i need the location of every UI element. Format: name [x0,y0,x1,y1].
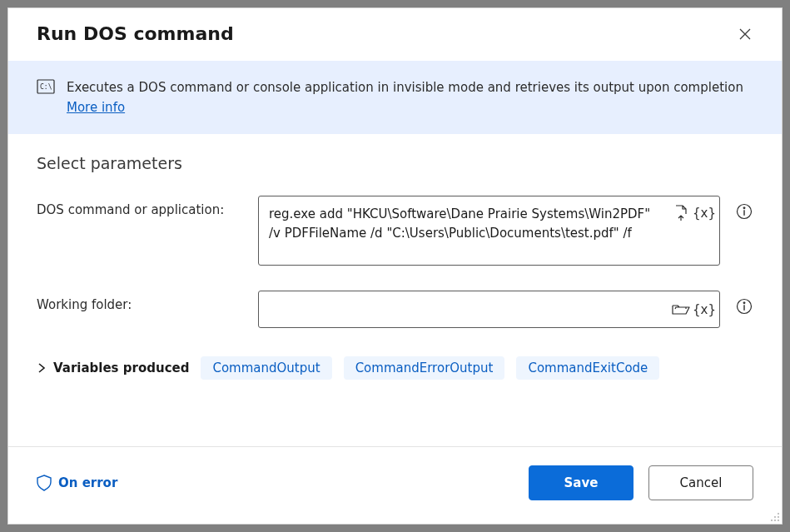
shield-icon [37,475,52,491]
info-banner: C:\ Executes a DOS command or console ap… [8,61,782,134]
close-button[interactable] [737,26,753,42]
field-working-folder: Working folder: {x} [37,291,753,328]
folder-open-icon [672,302,690,317]
footer-buttons: Save Cancel [529,465,753,500]
dialog-body: Select parameters DOS command or applica… [8,134,782,446]
on-error-button[interactable]: On error [37,475,117,491]
working-folder-label: Working folder: [37,291,243,312]
variables-produced-label: Variables produced [53,360,189,375]
file-up-icon [673,205,688,221]
variables-produced-toggle[interactable]: Variables produced [37,360,189,375]
chevron-right-icon [37,363,47,373]
variable-chip-commandoutput[interactable]: CommandOutput [201,356,331,380]
svg-point-6 [743,302,745,304]
dialog-title: Run DOS command [37,23,234,44]
variable-chip-commanderroroutput[interactable]: CommandErrorOutput [344,356,505,380]
variable-picker-button[interactable]: {x} [695,301,713,319]
terminal-icon: C:\ [37,79,55,97]
info-description: Executes a DOS command or console applic… [67,80,743,95]
svg-rect-4 [743,210,744,215]
working-folder-input[interactable] [258,291,720,328]
variable-picker-button[interactable]: {x} [695,204,713,222]
folder-picker-button[interactable] [672,301,690,319]
dos-command-input-wrap: {x} [258,196,720,269]
dialog-header: Run DOS command [8,8,782,61]
save-button[interactable]: Save [529,465,633,500]
dos-command-label: DOS command or application: [37,196,243,217]
info-icon [736,298,753,315]
more-info-link[interactable]: More info [67,100,125,115]
info-text: Executes a DOS command or console applic… [67,77,753,117]
svg-text:C:\: C:\ [40,83,52,91]
variables-produced-row: Variables produced CommandOutput Command… [37,356,753,380]
dialog-run-dos-command: Run DOS command C:\ Executes a DOS comma… [7,7,783,525]
working-folder-help[interactable] [735,297,753,316]
file-picker-button[interactable] [672,204,690,222]
variable-chip-commandexitcode[interactable]: CommandExitCode [516,356,659,380]
dos-command-input-icons: {x} [672,204,713,222]
on-error-label: On error [58,475,117,490]
section-title: Select parameters [37,154,753,172]
dos-command-help[interactable] [735,202,753,221]
close-icon [738,27,752,41]
dialog-footer: On error Save Cancel [8,446,782,524]
dos-command-input[interactable] [258,196,720,266]
working-folder-input-icons: {x} [672,301,713,319]
svg-rect-7 [743,305,744,311]
cancel-button[interactable]: Cancel [648,465,753,500]
svg-point-3 [743,207,745,209]
info-icon [736,203,753,220]
field-dos-command: DOS command or application: {x} [37,196,753,269]
working-folder-input-wrap: {x} [258,291,720,328]
